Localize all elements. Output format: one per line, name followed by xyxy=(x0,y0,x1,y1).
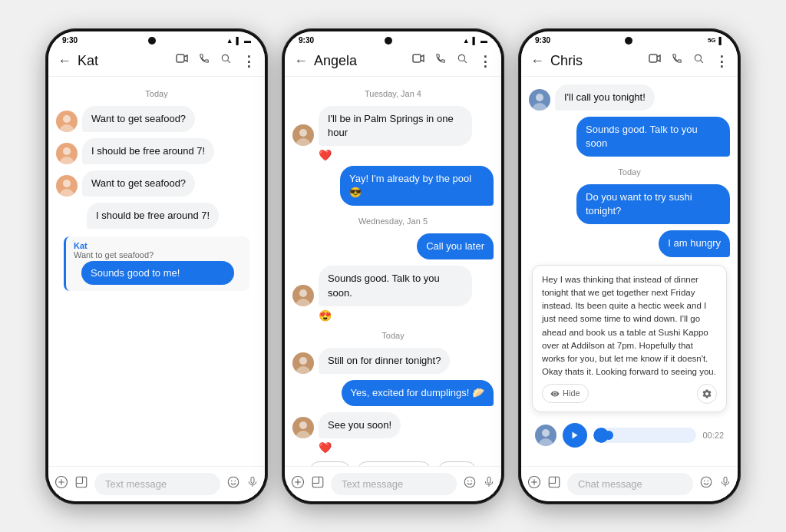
emoji-button[interactable] xyxy=(699,475,713,492)
settings-button[interactable] xyxy=(697,384,717,404)
message-row-received: Want to get seafood? xyxy=(56,170,257,197)
back-button[interactable]: ← xyxy=(58,53,71,69)
hide-button[interactable]: Hide xyxy=(542,384,589,403)
message-row-sent: Do you want to try sushi tonight? xyxy=(529,184,730,224)
svg-line-2 xyxy=(228,60,230,62)
phone-icon[interactable] xyxy=(435,53,446,70)
message-input[interactable]: Text message xyxy=(331,473,457,495)
play-button[interactable] xyxy=(563,423,587,448)
message-bubble-sent: Yes, excited for dumplings! 🥟 xyxy=(342,380,494,406)
svg-point-16 xyxy=(231,481,233,482)
message-reaction: ❤️ xyxy=(319,149,494,161)
message-row-received: I should be free around 7! xyxy=(56,203,257,229)
svg-point-37 xyxy=(464,477,475,487)
status-time: 9:30 xyxy=(535,36,550,45)
message-bubble-received: I'll call you tonight! xyxy=(555,84,655,111)
svg-point-47 xyxy=(542,429,550,437)
add-button[interactable] xyxy=(291,475,305,492)
message-row-received: I'll be in Palm Springs in one hour xyxy=(292,106,494,146)
signal-icon: ▌ xyxy=(473,37,477,45)
message-bubble-sent: Sounds good to me! xyxy=(81,261,234,285)
chat-body: Tuesday, Jan 4I'll be in Palm Springs in… xyxy=(285,77,501,466)
video-icon[interactable] xyxy=(412,53,424,70)
chat-header: ←Angela⋮ xyxy=(285,47,501,77)
message-reaction: 😍 xyxy=(319,309,494,322)
header-icons: ⋮ xyxy=(176,53,256,70)
more-icon[interactable]: ⋮ xyxy=(478,53,492,70)
wifi-icon: ▲ xyxy=(463,37,470,45)
video-icon[interactable] xyxy=(176,53,188,70)
quick-replies: OkaySounds goodSure xyxy=(292,457,494,465)
phone-2: 9:30▲▌▬←Angela⋮Tuesday, Jan 4I'll be in … xyxy=(282,28,504,504)
battery-icon: ▌ xyxy=(719,37,724,45)
message-row-sent: Yes, excited for dumplings! 🥟 xyxy=(292,380,494,406)
smart-reply-popup: Hey I was thinking that instead of dinne… xyxy=(532,265,727,412)
message-row-sent: Sounds good. Talk to you soon xyxy=(529,117,730,157)
message-row-sent: Yay! I'm already by the pool 😎 xyxy=(292,166,494,206)
svg-point-25 xyxy=(299,289,307,297)
phone-icon[interactable] xyxy=(672,53,682,70)
svg-point-46 xyxy=(532,103,547,111)
battery-icon: ▬ xyxy=(244,37,251,45)
smart-reply-text: Hey I was thinking that instead of dinne… xyxy=(542,273,717,379)
svg-point-7 xyxy=(63,180,71,187)
mic-button[interactable] xyxy=(719,475,732,492)
back-button[interactable]: ← xyxy=(294,53,308,69)
search-icon[interactable] xyxy=(693,53,704,70)
phone-icon[interactable] xyxy=(199,53,210,70)
sticker-button[interactable] xyxy=(311,475,325,492)
message-bubble: Want to get seafood? xyxy=(82,170,195,197)
contact-name: Chris xyxy=(550,53,642,69)
emoji-button[interactable] xyxy=(226,475,240,492)
avatar xyxy=(56,143,78,164)
sticker-button[interactable] xyxy=(74,475,88,492)
message-input[interactable]: Text message xyxy=(94,473,220,495)
status-time: 9:30 xyxy=(62,36,78,45)
svg-point-21 xyxy=(458,55,464,61)
video-icon[interactable] xyxy=(649,53,661,70)
back-button[interactable]: ← xyxy=(530,53,544,69)
mic-button[interactable] xyxy=(483,475,495,492)
message-bubble: I should be free around 7! xyxy=(87,203,219,229)
message-bubble-received: I'll be in Palm Springs in one hour xyxy=(319,106,472,146)
add-button[interactable] xyxy=(54,475,68,492)
search-icon[interactable] xyxy=(220,53,231,70)
avatar xyxy=(56,175,78,197)
message-row-sent: Call you later xyxy=(292,233,494,259)
mic-button[interactable] xyxy=(246,475,259,492)
chat-input-bar: Text message xyxy=(48,466,265,501)
wifi-icon: ▲ xyxy=(226,37,233,45)
message-bubble-sent: Call you later xyxy=(417,233,494,259)
avatar xyxy=(292,124,314,146)
message-row-received: I'll call you tonight! xyxy=(529,84,730,111)
message-input[interactable]: Chat message xyxy=(567,473,693,495)
chat-header: ←Kat⋮ xyxy=(48,47,265,77)
search-icon[interactable] xyxy=(457,53,467,70)
svg-rect-40 xyxy=(487,477,490,483)
add-button[interactable] xyxy=(527,475,541,492)
svg-point-15 xyxy=(228,477,239,487)
emoji-button[interactable] xyxy=(463,475,477,492)
status-icons: 5G ▌ xyxy=(708,37,724,45)
svg-point-26 xyxy=(296,299,311,306)
svg-point-23 xyxy=(299,129,307,137)
more-icon[interactable]: ⋮ xyxy=(715,53,728,70)
status-bar: 9:30▲▌▬ xyxy=(285,31,501,47)
svg-rect-59 xyxy=(724,477,727,483)
chat-body: TodayWant to get seafood?I should be fre… xyxy=(48,77,265,466)
date-divider: Tuesday, Jan 4 xyxy=(292,89,494,98)
svg-point-28 xyxy=(296,366,311,374)
signal-icon: 5G xyxy=(708,37,716,44)
more-icon[interactable]: ⋮ xyxy=(242,53,256,70)
chat-input-bar: Chat message xyxy=(521,466,738,501)
avatar xyxy=(56,111,78,132)
status-bar: 9:305G ▌ xyxy=(521,31,738,47)
svg-point-3 xyxy=(63,115,71,123)
smart-reply-actions: Hide xyxy=(542,384,717,404)
message-bubble-sent: Yay! I'm already by the pool 😎 xyxy=(340,166,494,206)
svg-point-5 xyxy=(63,147,71,155)
svg-rect-53 xyxy=(549,477,560,487)
sticker-button[interactable] xyxy=(547,475,561,492)
svg-point-45 xyxy=(536,94,543,101)
svg-rect-18 xyxy=(251,477,254,483)
